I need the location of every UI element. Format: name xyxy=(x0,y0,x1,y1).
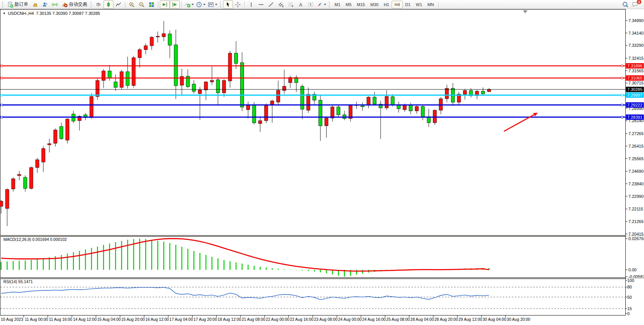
text-a-icon: A xyxy=(298,2,304,8)
arrows-tool-button[interactable] xyxy=(316,0,327,9)
vertical-line-tool-button[interactable] xyxy=(246,0,256,9)
trendline-icon xyxy=(268,2,274,8)
toolbar-grip xyxy=(2,2,4,8)
chart-title-bar: ▼ USDCNH-,H4 7.30135 7.30390 7.30087 7.3… xyxy=(3,11,100,16)
price-chart: 0.0267640.00-0.00587210080501507.349907.… xyxy=(0,9,644,325)
template-icon xyxy=(208,2,214,8)
svg-text:7.22990: 7.22990 xyxy=(628,194,644,199)
zoom-out-button[interactable] xyxy=(137,0,147,9)
svg-text:100: 100 xyxy=(627,278,634,283)
horizontal-line-icon xyxy=(258,2,264,8)
text-tool-button[interactable]: A xyxy=(296,0,306,9)
svg-text:7.32415: 7.32415 xyxy=(628,56,644,61)
dropdown-caret-icon xyxy=(215,4,217,5)
periods-button[interactable] xyxy=(195,0,207,9)
crosshair-icon xyxy=(235,2,241,8)
svg-text:29 Aug 12:00: 29 Aug 12:00 xyxy=(459,317,482,322)
timeframe-h1[interactable]: H1 xyxy=(381,1,392,8)
svg-text:25 Aug 08:00: 25 Aug 08:00 xyxy=(386,317,410,322)
timeframe-d1[interactable]: D1 xyxy=(403,1,413,8)
candlestick-chart-button[interactable] xyxy=(104,0,113,9)
collapse-triangle-icon[interactable]: ▼ xyxy=(3,12,6,15)
svg-text:15 Aug 20:00: 15 Aug 20:00 xyxy=(121,317,145,322)
new-order-icon xyxy=(7,2,13,8)
zoom-in-button[interactable] xyxy=(127,0,137,9)
auto-scroll-button[interactable] xyxy=(160,0,170,9)
search-icon xyxy=(622,1,629,8)
signals-button[interactable] xyxy=(50,0,60,9)
dropdown-caret-icon xyxy=(324,4,326,5)
timeframe-mn[interactable]: MN xyxy=(425,1,437,8)
horizontal-line-tool-button[interactable] xyxy=(256,0,266,9)
timeframe-m5[interactable]: M5 xyxy=(343,1,354,8)
svg-text:7.25565: 7.25565 xyxy=(628,156,644,161)
svg-text:7.31065: 7.31065 xyxy=(627,76,642,80)
notification-badge: 1 xyxy=(636,0,642,5)
rsi-label: RSI(14) 55.1471 xyxy=(3,279,33,284)
svg-text:0.00: 0.00 xyxy=(628,268,636,272)
svg-text:0.026764: 0.026764 xyxy=(628,236,644,241)
tile-windows-button[interactable] xyxy=(147,0,156,9)
crosshair-tool-button[interactable] xyxy=(233,0,243,9)
toolbar-separator xyxy=(125,2,125,8)
indicators-icon xyxy=(184,2,190,8)
chart-shift-button[interactable] xyxy=(170,0,180,9)
svg-text:30 Aug 20:00: 30 Aug 20:00 xyxy=(507,317,530,322)
svg-text:7.20415: 7.20415 xyxy=(628,232,644,236)
equidistant-channel-tool-button[interactable]: E xyxy=(276,0,286,9)
trendline-tool-button[interactable] xyxy=(266,0,276,9)
community-user-icon xyxy=(42,2,48,8)
svg-text:28 Aug 20:00: 28 Aug 20:00 xyxy=(434,317,458,322)
svg-text:80: 80 xyxy=(627,285,632,289)
tile-windows-icon xyxy=(148,2,155,8)
svg-text:16 Aug 12:00: 16 Aug 12:00 xyxy=(145,317,169,322)
deposit-button[interactable] xyxy=(30,0,40,9)
search-button[interactable] xyxy=(620,0,630,9)
svg-text:E: E xyxy=(282,5,284,7)
community-button[interactable] xyxy=(40,0,50,9)
svg-text:23 Aug 08:00: 23 Aug 08:00 xyxy=(314,317,338,322)
line-chart-button[interactable] xyxy=(113,0,123,9)
chart-window[interactable]: 0.0267640.00-0.00587210080501507.349907.… xyxy=(0,9,644,325)
notifications-button[interactable]: 1 xyxy=(630,0,640,9)
toolbar-separator xyxy=(244,2,245,8)
cursor-tool-button[interactable] xyxy=(223,0,233,9)
svg-text:7.33290: 7.33290 xyxy=(628,43,644,48)
svg-text:7.23840: 7.23840 xyxy=(628,182,644,186)
text-label-tool-button[interactable]: T xyxy=(306,0,316,9)
svg-text:7.22115: 7.22115 xyxy=(628,207,643,211)
svg-text:7.29222: 7.29222 xyxy=(627,103,642,107)
svg-text:7.31896: 7.31896 xyxy=(627,64,642,68)
timeframe-h4[interactable]: H4 xyxy=(392,1,402,8)
timeframe-w1[interactable]: W1 xyxy=(413,1,425,8)
main-toolbar: 新订单 自动交易 xyxy=(0,0,644,9)
svg-text:10 Aug 2023: 10 Aug 2023 xyxy=(1,317,23,322)
bar-chart-button[interactable] xyxy=(94,0,104,9)
svg-text:7.30715: 7.30715 xyxy=(628,81,644,85)
new-order-button[interactable]: 新订单 xyxy=(5,0,30,9)
text-label-icon: T xyxy=(308,2,314,8)
svg-text:7.31565: 7.31565 xyxy=(628,69,644,73)
timeframe-m1[interactable]: M1 xyxy=(332,1,343,8)
svg-text:A: A xyxy=(299,2,302,7)
svg-text:11 Aug 00:00: 11 Aug 00:00 xyxy=(25,317,48,322)
svg-text:0: 0 xyxy=(627,311,630,316)
fibonacci-tool-button[interactable]: F xyxy=(286,0,296,9)
new-order-label: 新订单 xyxy=(14,1,28,8)
panel-separator xyxy=(0,278,644,279)
svg-text:15 Aug 04:00: 15 Aug 04:00 xyxy=(97,317,121,322)
autotrading-button[interactable]: 自动交易 xyxy=(60,0,89,9)
vertical-line-icon xyxy=(248,2,254,8)
timeframe-m15[interactable]: M15 xyxy=(354,1,368,8)
svg-text:30 Aug 04:00: 30 Aug 04:00 xyxy=(483,317,506,322)
dropdown-caret-icon xyxy=(203,4,206,5)
svg-text:7.24690: 7.24690 xyxy=(628,169,644,174)
signal-broadcast-icon xyxy=(52,2,58,8)
timeframe-m30[interactable]: M30 xyxy=(368,1,381,8)
indicators-button[interactable] xyxy=(183,0,195,9)
bar-chart-icon xyxy=(96,2,102,8)
macd-label: MACD(12,26,9) 0.001694 0.000102 xyxy=(3,237,67,242)
autotrading-label: 自动交易 xyxy=(69,1,87,8)
svg-text:7.27265: 7.27265 xyxy=(628,131,644,136)
templates-button[interactable] xyxy=(207,0,218,9)
